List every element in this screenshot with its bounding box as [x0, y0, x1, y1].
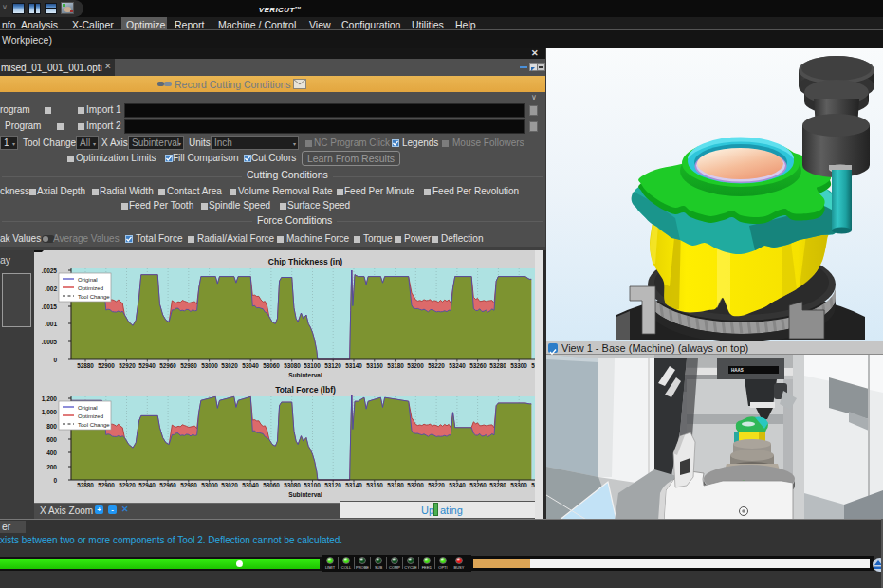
svg-text:53260: 53260: [469, 482, 487, 488]
svg-text:53040: 53040: [242, 362, 259, 369]
svg-text:53040: 53040: [242, 482, 259, 488]
svg-text:53240: 53240: [449, 362, 466, 369]
svg-text:52880: 52880: [77, 482, 94, 488]
svg-text:53220: 53220: [428, 362, 445, 369]
svg-text:Tool Change: Tool Change: [78, 294, 110, 300]
svg-text:53300: 53300: [510, 482, 527, 488]
svg-text:53100: 53100: [304, 482, 321, 488]
svg-text:53020: 53020: [221, 362, 238, 369]
svg-text:52980: 52980: [180, 362, 197, 369]
svg-text:52920: 52920: [119, 362, 136, 369]
svg-text:53180: 53180: [387, 482, 404, 488]
svg-text:0: 0: [53, 357, 57, 363]
svg-text:.002: .002: [45, 285, 57, 292]
svg-text:Optimized: Optimized: [78, 413, 103, 419]
svg-text:52980: 52980: [180, 482, 197, 488]
svg-text:53280: 53280: [489, 482, 506, 488]
svg-text:0: 0: [53, 477, 57, 484]
svg-text:52960: 52960: [159, 482, 176, 488]
svg-text:.001: .001: [45, 321, 57, 327]
svg-text:52940: 52940: [138, 482, 156, 488]
svg-text:.0005: .0005: [42, 339, 58, 345]
svg-text:53080: 53080: [284, 482, 301, 488]
svg-text:53080: 53080: [284, 362, 301, 369]
svg-text:400: 400: [46, 450, 57, 456]
svg-text:Tool Change: Tool Change: [78, 422, 110, 428]
svg-text:53020: 53020: [221, 482, 238, 488]
svg-text:52900: 52900: [98, 482, 115, 488]
svg-text:53260: 53260: [469, 362, 487, 369]
svg-text:52880: 52880: [77, 362, 94, 369]
svg-text:600: 600: [46, 436, 57, 443]
svg-text:52960: 52960: [159, 362, 176, 369]
svg-text:Subinterval: Subinterval: [288, 491, 322, 498]
svg-text:HAAS: HAAS: [731, 368, 744, 373]
svg-text:.0015: .0015: [42, 303, 58, 310]
svg-text:200: 200: [46, 464, 57, 470]
svg-text:800: 800: [46, 423, 57, 430]
svg-text:Chip Thickness (in): Chip Thickness (in): [268, 257, 343, 266]
svg-text:53220: 53220: [428, 482, 445, 488]
svg-text:Subinterval: Subinterval: [288, 372, 322, 378]
svg-text:53060: 53060: [263, 362, 280, 369]
svg-text:53120: 53120: [324, 362, 341, 369]
svg-text:53100: 53100: [304, 362, 321, 369]
svg-text:1,200: 1,200: [42, 395, 58, 403]
svg-text:53120: 53120: [324, 482, 341, 488]
svg-text:53140: 53140: [345, 482, 362, 488]
svg-text:53180: 53180: [387, 362, 404, 369]
svg-text:53160: 53160: [366, 482, 383, 488]
svg-text:53140: 53140: [345, 362, 362, 369]
svg-text:Optimized: Optimized: [78, 285, 103, 291]
svg-text:53300: 53300: [510, 362, 527, 369]
svg-text:.0025: .0025: [42, 267, 58, 274]
svg-text:53160: 53160: [366, 362, 383, 369]
svg-text:52920: 52920: [119, 482, 136, 488]
svg-text:53060: 53060: [263, 482, 280, 488]
svg-text:53200: 53200: [407, 482, 424, 488]
svg-text:1,000: 1,000: [42, 409, 58, 416]
svg-text:53200: 53200: [407, 362, 424, 369]
svg-text:Original: Original: [78, 405, 98, 411]
svg-text:Original: Original: [78, 277, 98, 283]
svg-text:Total Force (lbf): Total Force (lbf): [275, 385, 336, 395]
svg-text:53240: 53240: [449, 482, 466, 488]
svg-text:53280: 53280: [489, 362, 506, 369]
svg-text:53000: 53000: [201, 362, 218, 369]
svg-text:52940: 52940: [138, 362, 156, 369]
svg-text:53000: 53000: [201, 482, 218, 488]
svg-text:52900: 52900: [98, 362, 115, 369]
